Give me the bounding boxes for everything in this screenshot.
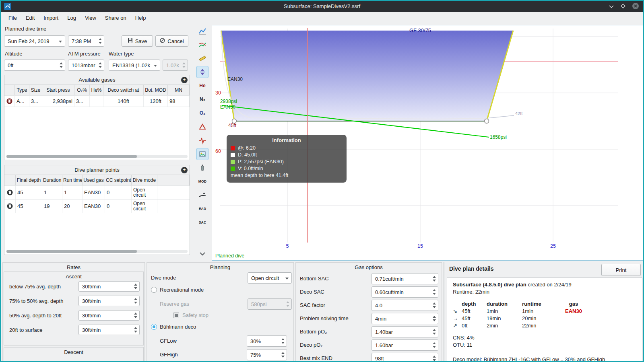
cancel-button[interactable]: Cancel — [155, 35, 188, 47]
ascent-rate-4-spinner[interactable]: 30ft/min — [78, 325, 140, 335]
velocity-legend-chip — [231, 153, 235, 157]
descend-arrow-icon: ↘ — [453, 308, 462, 315]
dive-plan-details-panel: Dive plan details Print Subsurface (4.8.… — [445, 262, 644, 362]
splitter[interactable] — [444, 262, 444, 362]
x-tick-5: 5 — [286, 243, 289, 249]
problem-solving-time-spinner[interactable]: 4min — [372, 313, 438, 324]
plan-table-row: → 45ft 19min 20min — [453, 315, 636, 322]
deco-po2-label: Deco pO₂ — [300, 342, 322, 348]
ceiling-icon[interactable] — [196, 121, 208, 133]
atm-pressure-spinner[interactable]: 1013mbar — [68, 60, 104, 71]
deco-po2-spinner[interactable]: 1.60bar — [372, 339, 438, 351]
bottom-sac-spinner[interactable]: 0.71cuft/min — [372, 273, 438, 284]
ascent-rate-1-spinner[interactable]: 30ft/min — [78, 281, 140, 292]
sac-toggle-icon[interactable]: SAC — [196, 216, 208, 228]
chart-icon[interactable] — [196, 25, 208, 37]
print-button[interactable]: Print — [601, 264, 641, 276]
bottom-po2-spinner[interactable]: 1.40bar — [372, 326, 438, 337]
menu-file[interactable]: File — [4, 13, 21, 23]
ascend-arrow-icon: ↗ — [453, 322, 462, 329]
he-toggle-icon[interactable]: He — [196, 80, 208, 92]
dive-plan-details-title: Dive plan details — [449, 265, 493, 272]
x-tick-25: 25 — [550, 243, 556, 249]
dive-date-select[interactable]: Sun Feb 24, 2019 — [4, 35, 65, 47]
save-button[interactable]: Save — [122, 35, 153, 47]
first-depth-label: 45ft — [228, 123, 237, 128]
start-pressure-label: 2938psi — [220, 99, 237, 104]
table-row[interactable]: 45 19 20 EAN30 0 Open circuit — [4, 200, 190, 213]
dive-time-spinner[interactable]: 7:38 PM — [68, 35, 104, 47]
segment-gas-label: EAN30 — [227, 76, 243, 82]
menu-share-on[interactable]: Share on — [101, 13, 131, 23]
delete-gas-icon[interactable] — [4, 96, 15, 107]
planned-dive-time-label: Planned dive time — [5, 26, 46, 32]
close-button[interactable] — [632, 2, 639, 11]
plan-cns: CNS: 4% — [453, 334, 636, 341]
plan-table-row: ↘ 45ft 1min 1min EAN30 — [453, 308, 636, 315]
gf-title: GF 30/75 — [409, 27, 431, 33]
mod-toggle-icon[interactable]: MOD — [196, 175, 208, 187]
gflow-label: GFLow — [160, 338, 177, 344]
scale-icon[interactable] — [196, 66, 208, 78]
y-tick-60: 60 — [215, 148, 221, 154]
recreational-mode-radio[interactable] — [151, 287, 157, 293]
plan-table-header: depth duration runtime gas — [453, 300, 636, 308]
ascent-rate-3-spinner[interactable]: 30ft/min — [78, 310, 140, 321]
delete-point-icon[interactable] — [4, 200, 16, 213]
salinity-spinner: 1.02k — [163, 60, 188, 71]
menu-edit[interactable]: Edit — [21, 13, 39, 23]
velocity-legend-chip — [231, 160, 235, 164]
deco-sac-spinner[interactable]: 0.60cuft/min — [372, 286, 438, 298]
maximize-button[interactable] — [621, 4, 625, 10]
safety-stop-label: Safety stop — [182, 312, 208, 318]
altitude-value: 0ft — [8, 62, 13, 68]
altitude-spinner[interactable]: 0ft — [4, 60, 65, 71]
n2-toggle-icon[interactable]: N₂ — [196, 93, 208, 105]
dive-profile-area — [221, 31, 513, 121]
best-mix-end-spinner[interactable]: 98ft — [372, 353, 438, 362]
points-horizontal-scrollbar[interactable] — [6, 250, 188, 253]
ead-toggle-icon[interactable]: EAD — [196, 203, 208, 215]
water-type-select[interactable]: EN13319 (1.02k — [109, 60, 160, 71]
o2-toggle-icon[interactable]: O₂ — [196, 107, 208, 119]
reserve-gas-label: Reserve gas — [160, 301, 189, 307]
sac-factor-spinner[interactable]: 4.0 — [372, 300, 438, 311]
gfhigh-spinner[interactable]: 75% — [247, 349, 287, 360]
collapse-chevron-icon[interactable] — [196, 248, 208, 260]
add-point-button[interactable]: + — [181, 167, 188, 173]
swimmer-icon[interactable] — [196, 189, 208, 201]
planner-points-title: Dive planner points — [74, 167, 119, 173]
plan-otu: OTU: 11 — [453, 341, 636, 349]
dive-time-value: 7:38 PM — [72, 38, 91, 44]
water-type-label: Water type — [109, 51, 134, 57]
photos-icon[interactable] — [196, 148, 208, 160]
bottom-sac-label: Bottom SAC — [300, 276, 329, 282]
ascent-rate-2-spinner[interactable]: 30ft/min — [78, 296, 140, 306]
menu-import[interactable]: Import — [39, 13, 63, 23]
gflow-spinner[interactable]: 30% — [247, 335, 287, 347]
dive-date-value: Sun Feb 24, 2019 — [8, 38, 49, 44]
menu-help[interactable]: Help — [131, 13, 151, 23]
info-tooltip: Information @: 6:20 D: 45.0ft P: 2,557ps… — [227, 135, 347, 183]
menu-log[interactable]: Log — [63, 13, 80, 23]
gas-graph-icon[interactable] — [196, 39, 208, 51]
minimize-button[interactable] — [609, 4, 614, 10]
descent-title: Descent — [4, 348, 143, 355]
chart-footer-label: Planned dive — [215, 253, 244, 259]
table-row[interactable]: 45 1 1 EAN30 0 Open circuit — [4, 186, 190, 200]
dive-mode-select[interactable]: Open circuit — [248, 272, 292, 284]
profile-toolbar: He N₂ O₂ MOD EAD SAC — [195, 25, 210, 260]
app-window: Subsurface: SampleDivesV2.ssrf File Edit… — [0, 0, 644, 362]
dive-profile-chart[interactable]: GF 30/75 EAN30 2938psi EAN30 45ft 42ft 1… — [212, 25, 643, 261]
profile-handle[interactable] — [485, 119, 489, 123]
heart-rate-icon[interactable] — [196, 134, 208, 146]
planning-panel: Planning Dive mode Open circuit Recreati… — [147, 262, 294, 362]
delete-point-icon[interactable] — [4, 186, 16, 199]
tank-icon[interactable] — [196, 162, 208, 174]
buhlmann-deco-radio[interactable] — [151, 324, 157, 330]
table-row[interactable]: A... 3... 2,938psi 3... 140ft 120ft 98 — [4, 96, 190, 107]
add-gas-button[interactable]: + — [181, 77, 188, 83]
menu-view[interactable]: View — [80, 13, 101, 23]
gases-horizontal-scrollbar[interactable] — [6, 155, 188, 158]
ruler-icon[interactable] — [196, 52, 208, 64]
